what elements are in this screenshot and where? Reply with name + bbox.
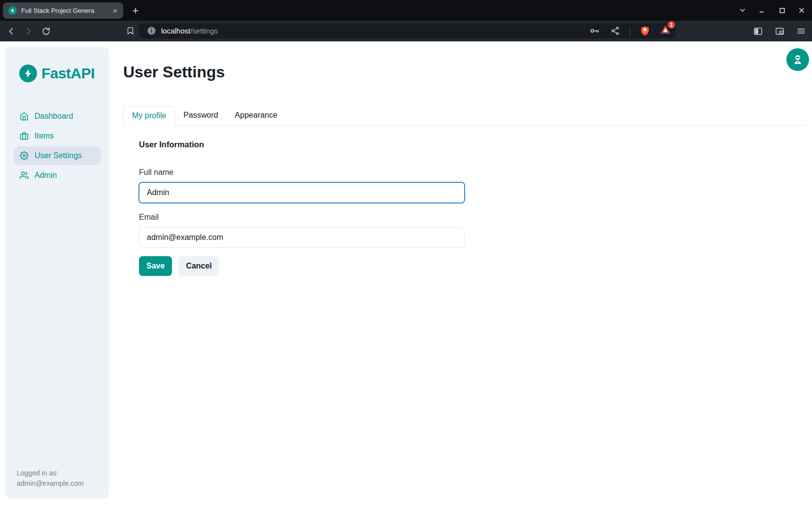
url-host: localhost (161, 27, 190, 35)
reload-icon[interactable] (38, 24, 53, 38)
email-label: Email (139, 213, 484, 222)
section-title: User Information (139, 140, 484, 149)
users-icon (20, 171, 29, 180)
cancel-button[interactable]: Cancel (178, 256, 219, 276)
brave-shield-icon[interactable] (639, 25, 651, 37)
sidebar-item-admin[interactable]: Admin (14, 166, 101, 185)
side-panel-icon[interactable] (752, 25, 764, 37)
save-button[interactable]: Save (139, 256, 172, 276)
tab-appearance[interactable]: Appearance (227, 106, 286, 125)
bookmark-icon[interactable] (123, 24, 137, 37)
page-title: User Settings (123, 63, 225, 81)
url-path: /settings (190, 27, 218, 35)
gear-icon (20, 151, 29, 160)
logged-in-label: Logged in as: (17, 468, 84, 478)
user-astronaut-icon (792, 54, 804, 66)
sidebar: FastAPI Dashboard Items User Settings A (5, 47, 109, 499)
sidebar-item-dashboard[interactable]: Dashboard (14, 107, 101, 126)
window-chevron-down-icon[interactable] (736, 4, 749, 17)
key-icon[interactable] (588, 25, 600, 37)
new-tab-button[interactable]: + (129, 4, 142, 17)
sidebar-item-items[interactable]: Items (14, 127, 101, 145)
tab-password[interactable]: Password (175, 106, 226, 125)
window-minimize-icon[interactable] (756, 4, 769, 17)
sidebar-item-label: Admin (34, 171, 57, 180)
email-input[interactable] (139, 227, 465, 248)
fastapi-favicon-icon (8, 6, 17, 15)
window-maximize-icon[interactable] (776, 4, 788, 17)
browser-tab[interactable]: Full Stack Project Genera × (3, 2, 123, 19)
fastapi-logo: FastAPI (5, 65, 109, 82)
sidebar-item-label: Dashboard (34, 112, 73, 121)
logged-in-footer: Logged in as: admin@example.com (17, 468, 84, 489)
sidebar-item-user-settings[interactable]: User Settings (14, 146, 101, 165)
url-bar[interactable]: localhost/settings 1 (139, 23, 676, 38)
full-name-input[interactable] (139, 182, 465, 203)
window-close-icon[interactable] (795, 4, 808, 17)
spacer (139, 203, 484, 213)
rewards-notification-badge: 1 (668, 21, 675, 29)
forward-icon[interactable] (21, 24, 35, 38)
sidebar-nav: Dashboard Items User Settings Admin (5, 107, 109, 185)
back-icon[interactable] (4, 24, 19, 38)
share-icon[interactable] (609, 25, 621, 37)
settings-tabs: My profile Password Appearance (123, 106, 806, 126)
app-page: FastAPI Dashboard Items User Settings A (0, 41, 812, 505)
profile-panel: User Information Full name Email Save Ca… (139, 140, 484, 276)
tab-title: Full Stack Project Genera (21, 7, 104, 14)
toolbar-right-actions (752, 21, 807, 41)
form-actions: Save Cancel (139, 256, 484, 276)
browser-window: Full Stack Project Genera × + (0, 0, 812, 505)
site-info-icon[interactable] (147, 26, 156, 35)
fastapi-bolt-icon (19, 65, 37, 82)
brave-rewards-button[interactable]: 1 (660, 24, 671, 37)
tab-close-icon[interactable]: × (111, 6, 119, 15)
sidebar-item-label: Items (34, 132, 54, 140)
toolbar-divider (630, 26, 630, 36)
sidebar-item-label: User Settings (34, 151, 82, 160)
menu-icon[interactable] (795, 25, 807, 37)
home-icon (20, 112, 29, 121)
tab-my-profile[interactable]: My profile (123, 106, 175, 126)
user-menu-button[interactable] (786, 48, 809, 71)
url-bar-actions: 1 (588, 24, 671, 37)
logo-text: FastAPI (41, 65, 95, 82)
browser-tab-bar: Full Stack Project Genera × + (0, 0, 812, 21)
full-name-label: Full name (139, 168, 484, 177)
wallet-icon[interactable] (774, 25, 785, 37)
logged-in-email: admin@example.com (17, 478, 84, 489)
briefcase-icon (20, 132, 29, 140)
window-controls (736, 0, 808, 21)
